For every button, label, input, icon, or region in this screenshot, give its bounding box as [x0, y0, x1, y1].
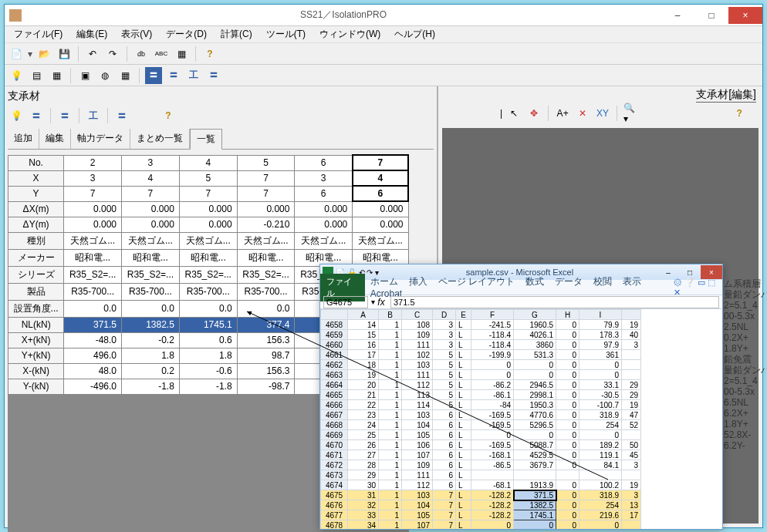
excel-cell[interactable]: 0	[556, 420, 579, 430]
excel-cell[interactable]: 1	[379, 370, 402, 380]
excel-cell[interactable]: 16	[348, 340, 379, 350]
excel-cell[interactable]: 1	[379, 440, 402, 450]
excel-cell[interactable]: 1	[379, 340, 402, 350]
excel-cell[interactable]	[514, 470, 556, 480]
mode-i-icon[interactable]: 工	[185, 67, 202, 84]
cell[interactable]: R35-700...	[237, 283, 295, 300]
excel-cell[interactable]: 0	[579, 370, 622, 380]
excel-cell[interactable]	[556, 470, 579, 480]
excel-cell[interactable]: 29	[622, 390, 641, 400]
excel-cell[interactable]: -169.5	[471, 410, 514, 420]
excel-row-header[interactable]: 4658	[321, 320, 348, 330]
excel-cell[interactable]	[622, 350, 641, 360]
excel-cell[interactable]: 0	[556, 330, 579, 340]
excel-cell[interactable]: 219.6	[579, 510, 622, 520]
excel-cell[interactable]: L	[456, 500, 471, 510]
excel-cell[interactable]: 33	[348, 510, 379, 520]
excel-cell[interactable]: 23	[348, 410, 379, 420]
excel-tab[interactable]: 表示	[617, 274, 647, 289]
excel-col-header[interactable]: D	[433, 310, 456, 320]
cell[interactable]: 天然ゴム...	[122, 232, 180, 249]
fx-icon[interactable]: fx	[375, 297, 387, 308]
cell[interactable]: 1745.1	[179, 317, 237, 332]
excel-cell[interactable]: 0	[556, 450, 579, 460]
excel-cell[interactable]: 0	[556, 360, 579, 370]
excel-cell[interactable]: L	[456, 350, 471, 360]
excel-cell[interactable]: 0	[556, 350, 579, 360]
excel-cell[interactable]: 7	[433, 490, 456, 500]
excel-cell[interactable]: 1950.3	[514, 400, 556, 410]
menu-item[interactable]: ウィンドウ(W)	[313, 26, 387, 42]
excel-cell[interactable]: 6	[433, 440, 456, 450]
excel-cell[interactable]: 111	[402, 370, 433, 380]
help-icon[interactable]: ?	[201, 45, 218, 62]
cell[interactable]: 4	[179, 155, 237, 170]
cell[interactable]: 0.6	[179, 332, 237, 348]
cell[interactable]: 48.0	[64, 363, 122, 379]
cube2-icon[interactable]: ◍	[96, 67, 113, 84]
cell[interactable]: 昭和電...	[64, 249, 122, 266]
excel-cell[interactable]: 0	[556, 480, 579, 490]
excel-cell[interactable]: -169.5	[471, 420, 514, 430]
bar1-icon[interactable]: 〓	[28, 107, 45, 124]
lamp2-icon[interactable]: 💡	[8, 107, 25, 124]
excel-cell[interactable]: -128.2	[471, 510, 514, 520]
excel-cell[interactable]: 109	[402, 330, 433, 340]
cell[interactable]: 5	[179, 170, 237, 186]
menu-item[interactable]: データ(D)	[160, 26, 213, 42]
excel-cell[interactable]: 6	[433, 450, 456, 460]
lamp-icon[interactable]: 💡	[8, 67, 25, 84]
excel-cell[interactable]: 1913.9	[514, 480, 556, 490]
zoom-icon[interactable]: 🔍▾	[623, 105, 640, 122]
excel-row-header[interactable]: 4678	[321, 520, 348, 530]
mode-s-icon[interactable]: 〓	[165, 67, 182, 84]
excel-cell[interactable]: 0	[579, 430, 622, 440]
cell[interactable]: R35_S2=...	[237, 266, 295, 283]
excel-cell[interactable]: 113	[402, 390, 433, 400]
excel-cell[interactable]: 103	[402, 490, 433, 500]
bar3-icon[interactable]: 工	[85, 107, 102, 124]
excel-cell[interactable]: -128.2	[471, 500, 514, 510]
menu-item[interactable]: 表示(V)	[115, 26, 158, 42]
excel-cell[interactable]: 6	[433, 470, 456, 480]
cell[interactable]: 0.2	[122, 363, 180, 379]
excel-cell[interactable]: L	[456, 320, 471, 330]
excel-cell[interactable]: 0	[556, 390, 579, 400]
cell[interactable]: 0.0	[237, 300, 295, 317]
cell[interactable]: -98.7	[237, 379, 295, 394]
mode-h-icon[interactable]: 〓	[145, 67, 162, 84]
excel-col-header[interactable]: G	[514, 310, 556, 320]
cell[interactable]: -0.6	[179, 363, 237, 379]
cell[interactable]: -48.0	[64, 332, 122, 348]
excel-cell[interactable]: 4026.1	[514, 330, 556, 340]
excel-cell[interactable]: L	[456, 450, 471, 460]
excel-row-header[interactable]: 4662	[321, 360, 348, 370]
cell[interactable]: R35_S2=...	[122, 266, 180, 283]
excel-tab[interactable]: 校閲	[588, 274, 617, 289]
cell[interactable]: -1.8	[179, 379, 237, 394]
help3-icon[interactable]: ?	[731, 105, 748, 122]
excel-cell[interactable]: 318.9	[579, 490, 622, 500]
cell[interactable]: 1.8	[122, 348, 180, 363]
cell[interactable]: 昭和電...	[237, 249, 295, 266]
target-icon[interactable]: ✥	[525, 105, 542, 122]
abc-icon[interactable]: ABC	[153, 45, 170, 62]
excel-cell[interactable]: 0	[556, 380, 579, 390]
excel-cell[interactable]: 5296.5	[514, 420, 556, 430]
excel-cell[interactable]: -118.4	[471, 330, 514, 340]
db-icon[interactable]: db	[133, 45, 150, 62]
excel-cell[interactable]: 1	[379, 520, 402, 530]
excel-row-header[interactable]: 4673	[321, 470, 348, 480]
excel-cell[interactable]: 111	[402, 470, 433, 480]
excel-cell[interactable]: 47	[622, 410, 641, 420]
cell[interactable]: 0.000	[353, 201, 408, 217]
excel-cell[interactable]: -86.2	[471, 380, 514, 390]
cell[interactable]: 156.3	[237, 363, 295, 379]
open-icon[interactable]: 📂	[35, 45, 52, 62]
xy-icon[interactable]: XY	[594, 105, 611, 122]
excel-cell[interactable]: 28	[348, 460, 379, 470]
excel-cell[interactable]: 102	[402, 350, 433, 360]
excel-cell[interactable]: 1	[379, 490, 402, 500]
excel-cell[interactable]: L	[456, 470, 471, 480]
excel-cell[interactable]: 103	[402, 410, 433, 420]
